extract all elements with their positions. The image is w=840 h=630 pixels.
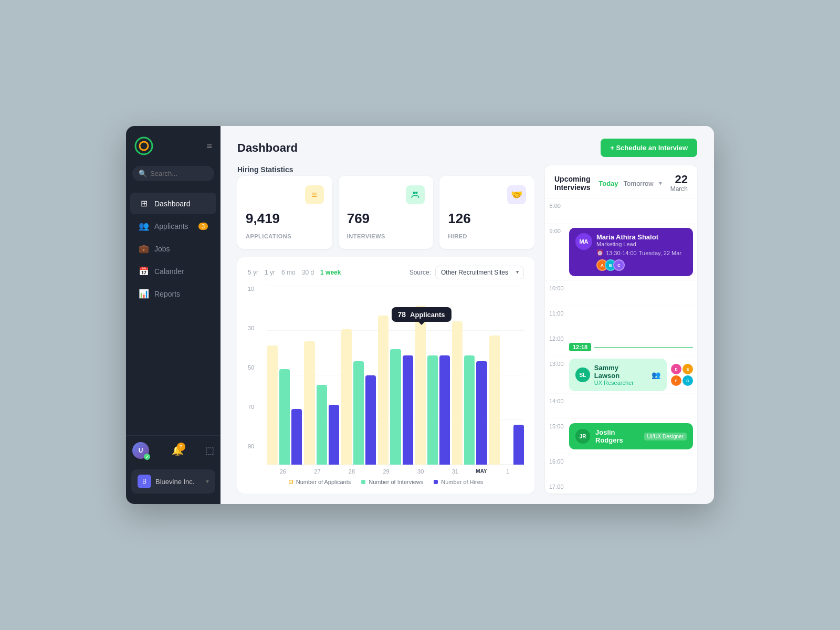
search-container: 🔍 [132, 166, 214, 181]
company-switcher[interactable]: B Bluevine Inc. ▾ [131, 469, 215, 494]
date-display: 22 March [670, 174, 688, 193]
bar-hires [513, 425, 524, 465]
tooltip-number: 78 [398, 310, 406, 319]
bar-group [452, 286, 487, 465]
sammy-name: Sammy Lawson [594, 364, 645, 380]
filter-30d[interactable]: 30 d [302, 269, 314, 276]
sammy-role: UX Researcher [594, 380, 645, 386]
bar-applicants [489, 335, 500, 465]
stats-section: Hiring Statistics ≡ 9,419 APPLICATIONS [237, 165, 534, 249]
current-time-marker [594, 347, 693, 348]
source-dropdown-wrap: Other Recruitment Sites [435, 266, 524, 279]
sammy-avatar: SL [575, 368, 590, 382]
sidebar-item-label: Dashboard [154, 200, 191, 208]
tomorrow-button[interactable]: Tomorrow [624, 180, 654, 187]
app-logo [134, 136, 153, 155]
chart-tooltip: 78 Applicants [392, 307, 452, 322]
logout-button[interactable]: ⬚ [205, 445, 214, 456]
joslin-avatar: JR [575, 429, 590, 444]
hired-number: 126 [448, 211, 526, 227]
sidebar-item-applicants[interactable]: 👥 Applicants 3 [130, 215, 216, 237]
time-slot-800: 8:00 [545, 198, 697, 224]
bar-applicants [304, 341, 314, 465]
chart-legend: Number of Applicants Number of Interview… [248, 479, 524, 485]
legend-label-interviews: Number of Interviews [369, 479, 423, 485]
legend-interviews: Number of Interviews [361, 479, 423, 485]
bar-hires [476, 361, 487, 465]
x-label: 31 [439, 468, 471, 475]
interviews-label: INTERVIEWS [347, 233, 425, 239]
filter-5yr[interactable]: 5 yr [248, 269, 258, 276]
sidebar-item-dashboard[interactable]: ⊞ Dashboard [130, 193, 216, 214]
bar-applicants [341, 329, 352, 465]
chart-area: 90 70 50 30 10 [248, 286, 524, 465]
search-input[interactable] [150, 170, 208, 177]
interview-card-maria[interactable]: MA Maria Athira Shalot Marketing Lead ⏰ … [569, 228, 693, 276]
bar-hires [365, 375, 376, 465]
sidebar-item-reports[interactable]: 📊 Reports [130, 283, 216, 304]
chart-controls: 5 yr 1 yr 6 mo 30 d 1 week Source: Other… [248, 266, 524, 279]
attendee-avatar: G [682, 375, 693, 386]
notification-badge: 7 [177, 443, 185, 451]
sidebar-item-label: Calander [154, 267, 184, 276]
bar-group [267, 286, 302, 465]
sidebar-item-calendar[interactable]: 📅 Calander [130, 260, 216, 282]
hired-label: HIRED [448, 233, 526, 239]
time-slot-1700: 17:00 [545, 479, 697, 494]
maria-role: Marketing Lead [596, 241, 681, 247]
nav-chevron-icon[interactable]: ▾ [659, 180, 662, 187]
interview-card-joslin[interactable]: JR Joslin Rodgers UI/UX Designer [569, 423, 693, 449]
bar-applicants [378, 316, 388, 465]
current-time-line: 12:18 [569, 343, 693, 351]
bar-interviews [353, 361, 364, 465]
source-label: Source: [410, 269, 431, 276]
app-wrapper: ≡ 🔍 ⊞ Dashboard 👥 Applicants 3 💼 Jobs 📅 … [126, 126, 714, 504]
today-button[interactable]: Today [598, 180, 618, 187]
attendee-avatar: F [671, 375, 681, 386]
avatar[interactable]: U [132, 442, 149, 459]
joslin-name: Joslin Rodgers [595, 428, 639, 444]
page-title: Dashboard [237, 141, 298, 155]
time-filters: 5 yr 1 yr 6 mo 30 d 1 week [248, 269, 341, 276]
maria-avatar: MA [575, 233, 592, 250]
source-select[interactable]: Other Recruitment Sites [435, 266, 524, 279]
filter-1week[interactable]: 1 week [320, 269, 341, 276]
stats-title: Hiring Statistics [237, 165, 534, 174]
x-label: 30 [404, 468, 437, 475]
legend-dot-interviews [361, 480, 365, 484]
x-label: 27 [301, 468, 334, 475]
maria-attendees: A B C [596, 259, 681, 271]
source-filter: Source: Other Recruitment Sites [410, 266, 524, 279]
maria-name: Maria Athira Shalot [596, 233, 681, 241]
schedule-interview-button[interactable]: + Schedule an Interview [601, 139, 697, 157]
bar-hires [291, 409, 302, 465]
filter-1yr[interactable]: 1 yr [265, 269, 275, 276]
filter-6mo[interactable]: 6 mo [281, 269, 296, 276]
time-slot-1400: 14:00 [545, 394, 697, 419]
x-label-may: MAY [474, 468, 490, 475]
x-label: 1 [491, 468, 524, 475]
interview-card-sammy[interactable]: SL Sammy Lawson UX Researcher 👥 [569, 359, 667, 391]
dashboard-icon: ⊞ [139, 198, 149, 208]
x-label: 29 [370, 468, 403, 475]
company-name: Bluevine Inc. [155, 478, 202, 486]
sidebar-toggle-icon[interactable]: ≡ [206, 141, 212, 152]
applications-icon: ≡ [305, 185, 324, 204]
notifications-button[interactable]: 🔔 7 [172, 445, 183, 456]
chart-section: 5 yr 1 yr 6 mo 30 d 1 week Source: Other… [237, 257, 534, 494]
maria-time: ⏰ 13:30-14:00 Tuesday, 22 Mar [596, 249, 681, 256]
chart-y-labels: 90 70 50 30 10 [248, 286, 262, 449]
legend-hires: Number of Hires [434, 479, 483, 485]
bar-group [341, 286, 376, 465]
hired-icon: 🤝 [507, 185, 526, 204]
bar-hires [439, 355, 450, 465]
sidebar-bottom: U 🔔 7 ⬚ [126, 435, 220, 465]
time-slot-900: 9:00 MA Maria Athira Shalot Marketing Le… [545, 224, 697, 281]
sidebar-item-jobs[interactable]: 💼 Jobs [130, 238, 216, 259]
reports-icon: 📊 [139, 289, 149, 299]
bar-hires [403, 355, 413, 465]
sidebar-item-label: Applicants [154, 222, 188, 230]
date-number: 22 [670, 174, 688, 185]
sidebar-item-label: Reports [154, 290, 180, 298]
calendar-scroll[interactable]: 8:00 9:00 MA Maria Athira Shalot [545, 198, 697, 494]
